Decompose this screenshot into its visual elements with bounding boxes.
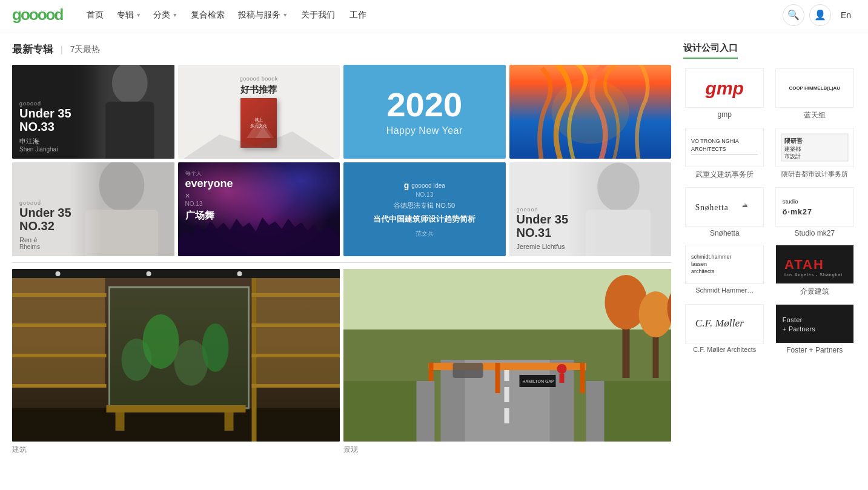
svg-point-50 [639, 291, 672, 337]
nav-item-about[interactable]: 关于我们 [294, 6, 342, 24]
card-architecture[interactable]: 建筑 [12, 269, 340, 455]
schmidt-svg: schmidt.hammer lassen architects [688, 248, 761, 281]
company-card-kengo[interactable]: 隈研吾 建築都 市設計 隈研吾都市设计事务所 [774, 128, 856, 180]
nav-item-work[interactable]: 工作 [342, 6, 374, 24]
card-x-icon: × [185, 191, 233, 200]
company-card-schmidt[interactable]: schmidt.hammer lassen architects Schmidt… [683, 245, 766, 297]
company-logo-schmidt: schmidt.hammer lassen architects [685, 245, 764, 284]
company-name-cfmoller: C.F. Møller Architects [693, 346, 756, 353]
svg-rect-17 [12, 323, 107, 327]
company-grid: gmp gmp COOP HIMMELB(L)AU 蓝天组 VO TRONG N… [683, 68, 856, 354]
studiomk27-svg: studio ö·mk27 [780, 190, 850, 223]
newyear-year: 2020 [386, 88, 462, 122]
company-name-coop: 蓝天组 [804, 110, 826, 121]
company-name-gmp: gmp [718, 110, 732, 119]
sidebar-title: 设计公司入口 [683, 42, 738, 59]
nav-item-home[interactable]: 首页 [79, 6, 111, 24]
card-everyone[interactable]: 每个人 everyone × NO.13 广场舞 [178, 162, 340, 256]
card-name-en-32: Rheims [19, 243, 71, 250]
card-book-tag: gooood boook [240, 76, 278, 82]
svg-rect-21 [12, 297, 105, 323]
card-art[interactable] [509, 65, 672, 159]
svg-rect-39 [116, 412, 125, 431]
svg-text:ARCHITECTS: ARCHITECTS [691, 146, 726, 152]
svg-text:studio: studio [783, 198, 798, 205]
card-under35-33[interactable]: gooood Under 35NO.33 申江海 Shen Jianghai [12, 65, 174, 159]
foster-svg: Foster + Partners [780, 307, 850, 340]
card-under35-32[interactable]: gooood Under 35NO.32 Ren é Rheims [12, 162, 174, 256]
svg-rect-18 [12, 354, 107, 357]
company-card-atah[interactable]: ATAH Los Angeles - Shanghai 介景建筑 [774, 245, 856, 297]
company-name-wuzhongyi: 武重义建筑事务所 [695, 170, 754, 180]
svg-rect-26 [252, 323, 340, 327]
svg-rect-66 [505, 387, 509, 402]
company-card-snohetta[interactable]: Snøhetta ⛰ Snøhetta [683, 187, 766, 237]
book-bg [178, 128, 340, 159]
svg-point-37 [202, 323, 229, 372]
card-book[interactable]: gooood boook 好书推荐 城上多元文化 [178, 65, 340, 159]
card-idea-no: NO.13 [416, 191, 433, 198]
nav-item-search[interactable]: 复合检索 [184, 6, 232, 24]
svg-rect-16 [12, 293, 107, 297]
svg-text:建築都: 建築都 [784, 146, 801, 152]
card-tag-31: gooood [517, 207, 569, 213]
svg-point-35 [143, 314, 179, 369]
company-logo-wuzhongyi: VO TRONG NGHIA ARCHITECTS [685, 128, 764, 167]
chevron-down-icon: ▼ [282, 12, 288, 18]
svg-point-6 [551, 79, 629, 144]
header: gooood 首页 专辑 ▼ 分类 ▼ 复合检索 投稿与服务 ▼ 关于我们 工作… [0, 0, 868, 30]
svg-text:Los Angeles - Shanghai: Los Angeles - Shanghai [784, 273, 843, 277]
company-name-schmidt: Schmidt Hammer… [695, 286, 754, 294]
card-newyear[interactable]: 2020 Happy New Year [343, 65, 506, 159]
main-nav: 首页 专辑 ▼ 分类 ▼ 复合检索 投稿与服务 ▼ 关于我们 工作 [79, 6, 783, 24]
separator [12, 262, 671, 263]
card-under35-31[interactable]: gooood Under 35NO.31 Jeremie Lichtfus [509, 162, 672, 256]
card-name-zh-33: 申江海 [19, 137, 71, 146]
snohetta-svg: Snøhetta ⛰ [689, 190, 760, 223]
svg-text:Snøhetta: Snøhetta [695, 203, 729, 212]
nav-item-service[interactable]: 投稿与服务 ▼ [232, 6, 294, 24]
chevron-down-icon: ▼ [172, 12, 177, 18]
svg-rect-70 [495, 363, 500, 393]
card-tag-33: gooood [19, 101, 71, 107]
lang-switch[interactable]: En [836, 8, 856, 22]
company-card-foster[interactable]: Foster + Partners Foster + Partners [774, 304, 856, 354]
card-landscape[interactable]: HAMILTON GAP 景观 [343, 269, 671, 455]
svg-rect-75 [560, 374, 565, 383]
content-area: 最新专辑 | 7天最热 gooood Under 35NO.33 [12, 42, 671, 455]
company-name-studiomk27: Studio mk27 [794, 229, 835, 237]
nav-item-zhuanji[interactable]: 专辑 ▼ [111, 6, 147, 24]
company-name-kengo: 隈研吾都市设计事务所 [781, 170, 848, 179]
section-title: 最新专辑 [12, 42, 53, 56]
atah-svg: ATAH Los Angeles - Shanghai [781, 250, 848, 280]
company-card-studiomk27[interactable]: studio ö·mk27 Studio mk27 [774, 187, 856, 237]
card-title-33: Under 35NO.33 [19, 107, 71, 133]
company-logo-studiomk27: studio ö·mk27 [775, 187, 854, 227]
svg-text:隈研吾: 隈研吾 [784, 137, 803, 144]
company-card-wuzhongyi[interactable]: VO TRONG NGHIA ARCHITECTS 武重义建筑事务所 [683, 128, 766, 180]
user-button[interactable]: 👤 [809, 4, 831, 26]
svg-text:ö·mk27: ö·mk27 [783, 208, 812, 216]
card-landscape-img: HAMILTON GAP [343, 269, 671, 442]
nav-item-fenlei[interactable]: 分类 ▼ [147, 6, 184, 24]
company-logo-coop: COOP HIMMELB(L)AU [775, 68, 854, 108]
company-logo-snohetta: Snøhetta ⛰ [685, 187, 764, 227]
search-button[interactable]: 🔍 [783, 4, 804, 26]
company-card-coop[interactable]: COOP HIMMELB(L)AU 蓝天组 [774, 68, 856, 121]
company-card-cfmoller[interactable]: C.F. Møller C.F. Møller Architects [683, 304, 766, 354]
svg-text:Foster: Foster [783, 316, 803, 323]
svg-text:lassen: lassen [691, 261, 707, 267]
card-tag-32: gooood [19, 200, 71, 206]
card-title-everyone-en: everyone [185, 177, 233, 191]
card-name-en-33: Shen Jianghai [19, 146, 71, 153]
svg-rect-38 [107, 405, 246, 412]
card-title-32: Under 35NO.32 [19, 206, 71, 233]
logo[interactable]: gooood [12, 5, 62, 24]
section-hot-tab[interactable]: 7天最热 [70, 44, 101, 55]
card-architecture-label: 建筑 [12, 445, 340, 455]
svg-point-42 [56, 271, 61, 276]
company-card-gmp[interactable]: gmp gmp [683, 68, 766, 121]
card-content-31: gooood Under 35NO.31 Jeremie Lichtfus [509, 200, 576, 256]
svg-rect-23 [12, 357, 105, 384]
card-idea[interactable]: g gooood Idea NO.13 谷德思法专辑 NO.50 当代中国建筑师… [343, 162, 506, 256]
